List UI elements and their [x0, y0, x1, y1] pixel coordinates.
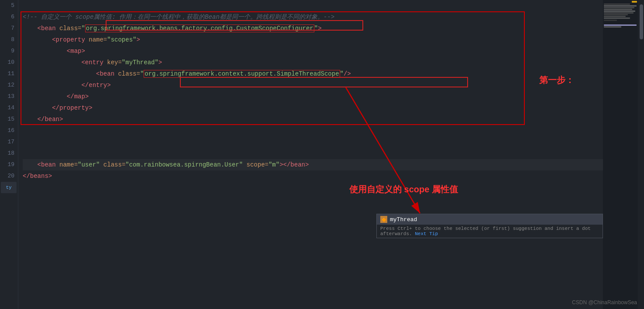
line-num-14: 14 [0, 102, 14, 114]
minimap-line [604, 10, 635, 12]
minimap-indicator [632, 1, 637, 3]
minimap-spacer [604, 24, 637, 28]
line-num-7: 7 [0, 23, 14, 34]
line-num-16: 16 [0, 125, 14, 136]
minimap-line [604, 9, 632, 10]
autocomplete-item-mythread[interactable]: 🔶 myThread [377, 214, 603, 225]
minimap-line [604, 16, 626, 17]
line-num-19: 19 [0, 159, 14, 170]
code-area: <!-- 自定义一个 scope属性值: 作用：在同一个线程中，获取的Bean都… [18, 0, 603, 309]
comment-line6: <!-- 自定义一个 scope属性值: 作用：在同一个线程中，获取的Bean都… [23, 14, 334, 21]
code-line-14: </property> [23, 102, 603, 114]
minimap-line [604, 3, 630, 5]
code-line-7: <bean class="org.springframework.beans.f… [23, 23, 603, 34]
line-num-20: 20 [0, 170, 14, 182]
code-line-5 [23, 0, 603, 11]
code-line-15: </bean> [23, 114, 603, 125]
next-tip-link[interactable]: Next Tip [415, 231, 438, 236]
autocomplete-popup[interactable]: 🔶 myThread Press Ctrl+ to choose the sel… [376, 214, 603, 238]
line-numbers: 5 6 7 8 9 10 11 12 13 14 15 16 17 18 19 … [0, 0, 18, 309]
code-line-8: <property name="scopes"> [23, 34, 603, 45]
minimap [603, 0, 638, 309]
minimap-line [604, 24, 637, 26]
minimap-line [604, 7, 634, 8]
line-num-5: 5 [0, 0, 14, 11]
scrollbar-area [638, 0, 644, 309]
code-line-11: <bean class="org.springframework.context… [23, 68, 603, 80]
minimap-line [604, 14, 628, 15]
minimap-content [603, 0, 638, 29]
line-num-12: 12 [0, 80, 14, 91]
tag-bean-open: <bean [38, 25, 59, 32]
code-line-6: <!-- 自定义一个 scope属性值: 作用：在同一个线程中，获取的Bean都… [23, 11, 603, 23]
code-line-19: <bean name="user" class="com.rainbowsea.… [23, 159, 603, 170]
step1-label: 第一步： [539, 74, 574, 86]
code-line-10: <entry key="myThread"> [23, 57, 603, 68]
autocomplete-item-icon: 🔶 [380, 216, 387, 223]
minimap-line [604, 12, 634, 14]
line-num-9: 9 [0, 45, 14, 57]
line-num-6: 6 [0, 11, 14, 23]
svg-text:🔶: 🔶 [382, 217, 387, 222]
line-num-10: 10 [0, 57, 14, 68]
line-num-extra: ty [1, 182, 17, 193]
usage-label: 使用自定义的 scope 属性值 [349, 184, 458, 195]
code-line-9: <map> [23, 45, 603, 57]
minimap-line [604, 20, 617, 21]
editor-container: 5 6 7 8 9 10 11 12 13 14 15 16 17 18 19 … [0, 0, 644, 309]
minimap-line [604, 26, 621, 28]
code-line-13: </map> [23, 91, 603, 102]
minimap-line [604, 17, 630, 19]
autocomplete-hint: Press Ctrl+ to choose the selected (or f… [377, 225, 603, 238]
code-line-17 [23, 136, 603, 148]
line-num-18: 18 [0, 148, 14, 159]
code-line-18 [23, 148, 603, 159]
autocomplete-item-label: myThread [390, 216, 417, 223]
line-num-8: 8 [0, 34, 14, 45]
code-line-20: </beans> [23, 170, 603, 182]
line-num-17: 17 [0, 136, 14, 148]
code-line-12: </entry> [23, 80, 603, 91]
minimap-line [604, 5, 637, 7]
code-line-16 [23, 125, 603, 136]
line-num-15: 15 [0, 114, 14, 125]
line-num-11: 11 [0, 68, 14, 80]
scrollbar-thumb[interactable] [640, 4, 643, 39]
line-num-13: 13 [0, 91, 14, 102]
